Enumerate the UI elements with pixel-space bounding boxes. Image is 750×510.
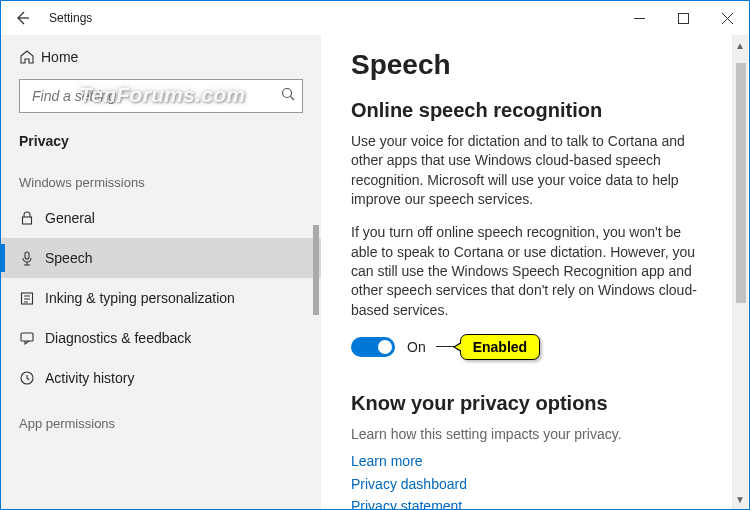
section-privacy-desc: Learn how this setting impacts your priv… bbox=[351, 425, 725, 444]
sidebar-category: Privacy bbox=[1, 123, 321, 155]
svg-point-1 bbox=[283, 89, 292, 98]
link-privacy-statement[interactable]: Privacy statement bbox=[351, 495, 725, 509]
link-learn-more[interactable]: Learn more bbox=[351, 450, 725, 472]
history-icon bbox=[19, 370, 45, 386]
sidebar: TenForums.com Home Privacy Windows permi… bbox=[1, 35, 321, 509]
sidebar-item-label: Speech bbox=[45, 250, 92, 266]
toggle-row: On Enabled bbox=[351, 334, 725, 360]
link-privacy-dashboard[interactable]: Privacy dashboard bbox=[351, 473, 725, 495]
sidebar-item-label: Diagnostics & feedback bbox=[45, 330, 191, 346]
sidebar-scrollbar[interactable] bbox=[313, 225, 319, 315]
window-controls bbox=[617, 1, 749, 35]
callout-bubble: Enabled bbox=[460, 334, 540, 360]
sidebar-item-label: Inking & typing personalization bbox=[45, 290, 235, 306]
titlebar: Settings bbox=[1, 1, 749, 35]
toggle-state-label: On bbox=[407, 339, 426, 355]
svg-rect-0 bbox=[678, 13, 688, 23]
back-button[interactable] bbox=[1, 1, 43, 35]
sidebar-home[interactable]: Home bbox=[1, 39, 321, 75]
search-input-box[interactable] bbox=[19, 79, 303, 113]
sidebar-item-label: General bbox=[45, 210, 95, 226]
annotation-callout: Enabled bbox=[436, 334, 540, 360]
minimize-button[interactable] bbox=[617, 1, 661, 35]
maximize-button[interactable] bbox=[661, 1, 705, 35]
sidebar-section-heading: Windows permissions bbox=[1, 155, 321, 198]
svg-rect-5 bbox=[21, 333, 33, 341]
section-body-1: Use your voice for dictation and to talk… bbox=[351, 132, 725, 209]
sidebar-item-inking[interactable]: Inking & typing personalization bbox=[1, 278, 321, 318]
window-title: Settings bbox=[49, 11, 92, 25]
section-heading-online-speech: Online speech recognition bbox=[351, 99, 725, 122]
inking-icon bbox=[19, 290, 45, 306]
sidebar-item-general[interactable]: General bbox=[1, 198, 321, 238]
search-icon bbox=[280, 86, 296, 106]
sidebar-item-diagnostics[interactable]: Diagnostics & feedback bbox=[1, 318, 321, 358]
svg-rect-2 bbox=[23, 217, 32, 224]
microphone-icon bbox=[19, 250, 45, 266]
section-body-2: If you turn off online speech recognitio… bbox=[351, 223, 725, 320]
online-speech-toggle[interactable] bbox=[351, 337, 395, 357]
search-input[interactable] bbox=[30, 87, 280, 105]
svg-rect-3 bbox=[25, 252, 29, 259]
close-button[interactable] bbox=[705, 1, 749, 35]
home-icon bbox=[19, 49, 41, 65]
lock-icon bbox=[19, 210, 45, 226]
sidebar-section-cutoff: App permissions bbox=[1, 398, 321, 431]
sidebar-item-speech[interactable]: Speech bbox=[1, 238, 321, 278]
main-panel: Speech Online speech recognition Use you… bbox=[321, 35, 749, 509]
main-scrollbar-thumb[interactable] bbox=[736, 63, 746, 303]
sidebar-home-label: Home bbox=[41, 49, 78, 65]
content-area: TenForums.com Home Privacy Windows permi… bbox=[1, 35, 749, 509]
scroll-up-arrow[interactable]: ▲ bbox=[732, 37, 748, 53]
scroll-down-arrow[interactable]: ▼ bbox=[732, 491, 748, 507]
page-title: Speech bbox=[351, 49, 725, 81]
section-heading-privacy-options: Know your privacy options bbox=[351, 392, 725, 415]
sidebar-item-label: Activity history bbox=[45, 370, 134, 386]
sidebar-item-activity[interactable]: Activity history bbox=[1, 358, 321, 398]
feedback-icon bbox=[19, 330, 45, 346]
